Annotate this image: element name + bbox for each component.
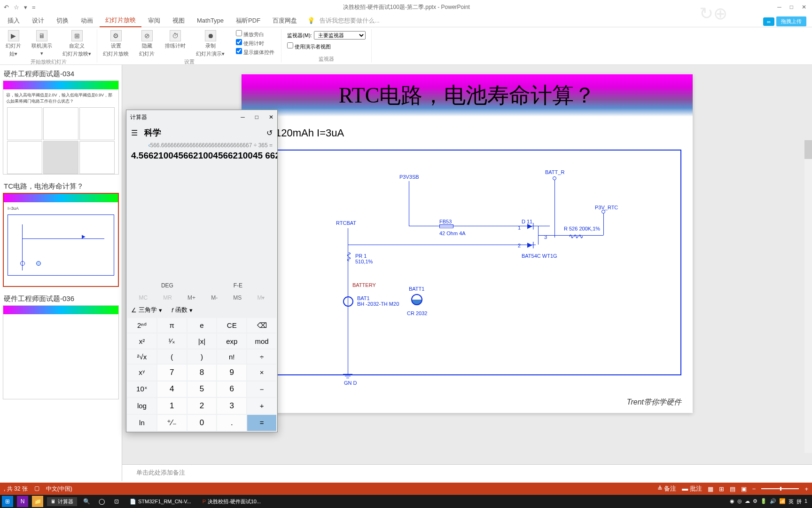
maximize-icon[interactable]: □: [790, 4, 793, 10]
reading-view-icon[interactable]: ▤: [730, 485, 735, 492]
tray-icon[interactable]: ⚙: [753, 498, 757, 505]
calc-mminus-button[interactable]: M-: [211, 294, 218, 301]
key-multiply[interactable]: ×: [247, 365, 276, 380]
comments-button[interactable]: ▬ 批注: [682, 484, 702, 493]
key-1[interactable]: 1: [157, 398, 187, 413]
tab-view[interactable]: 视图: [167, 15, 190, 27]
setup-slideshow-button[interactable]: ⚙设置幻灯片放映: [101, 29, 131, 58]
tray-icon[interactable]: 🔊: [770, 498, 776, 505]
key-rparen[interactable]: ): [187, 349, 217, 364]
notes-pane[interactable]: 单击此处添加备注: [122, 464, 812, 481]
pdf-taskbar-button[interactable]: 📄STM32F1_RM_CN-V...: [126, 498, 195, 506]
key-negate[interactable]: ⁺⁄₋: [157, 415, 187, 431]
vertical-scrollbar[interactable]: [804, 140, 812, 453]
key-equals[interactable]: =: [247, 415, 276, 431]
tab-mathtype[interactable]: MathType: [191, 15, 229, 26]
notes-button[interactable]: ≜ 备注: [657, 484, 677, 493]
normal-view-icon[interactable]: ▦: [708, 485, 713, 492]
calc-ms-button[interactable]: MS: [233, 294, 242, 301]
key-5[interactable]: 5: [187, 381, 217, 397]
hide-slide-button[interactable]: ⊘隐藏幻灯片: [137, 29, 156, 58]
key-inv[interactable]: ¹⁄ₓ: [157, 333, 187, 348]
calc-titlebar[interactable]: 计算器 ─ □ ✕: [126, 110, 277, 124]
calc-history-icon[interactable]: ↺: [266, 128, 273, 137]
from-beginning-button[interactable]: ▶幻灯片始▾: [4, 29, 23, 58]
ppt-taskbar-button[interactable]: P决胜校招-硬件面试10...: [199, 497, 265, 506]
calc-fe-button[interactable]: F-E: [234, 282, 242, 289]
tab-pdf[interactable]: 福昕PDF: [230, 15, 266, 27]
present-online-button[interactable]: 🖥联机演示▾: [30, 29, 54, 57]
tab-design[interactable]: 设计: [26, 15, 50, 27]
key-lparen[interactable]: (: [157, 349, 187, 364]
key-plus[interactable]: +: [247, 398, 276, 413]
slide-thumbnail[interactable]: TC电路，电池寿命计算？ I=3uA ▶: [0, 177, 122, 290]
key-divide[interactable]: ÷: [247, 349, 276, 364]
cloud-icon[interactable]: ∞: [763, 17, 774, 26]
key-minus[interactable]: −: [247, 381, 276, 397]
lang-icon[interactable]: ▢: [34, 485, 39, 493]
tray-icon[interactable]: ◎: [737, 498, 742, 505]
rehearse-timings-button[interactable]: ⏱排练计时: [163, 29, 187, 50]
show-media-checkbox[interactable]: 显示媒体控件: [236, 48, 274, 56]
play-narration-checkbox[interactable]: 播放旁白: [236, 30, 274, 38]
key-log[interactable]: log: [127, 398, 156, 413]
slideshow-view-icon[interactable]: ▣: [741, 485, 747, 492]
calc-mplus-button[interactable]: M+: [187, 294, 195, 301]
calc-menu-icon[interactable]: ☰: [131, 128, 138, 137]
calc-close-icon[interactable]: ✕: [269, 114, 273, 120]
tray-icon[interactable]: 📶: [779, 498, 786, 505]
calc-taskbar-button[interactable]: 🖩计算器: [47, 497, 77, 506]
key-sqrt[interactable]: ²√x: [127, 349, 156, 364]
onenote-icon[interactable]: N: [17, 496, 28, 507]
calc-deg-button[interactable]: DEG: [161, 282, 173, 289]
calc-trig-button[interactable]: ∠ 三角学 ▾: [131, 306, 162, 314]
language-status[interactable]: 中文(中国): [46, 485, 72, 493]
tab-review[interactable]: 审阅: [142, 15, 166, 27]
upload-button[interactable]: 拖拽上传: [776, 16, 806, 26]
key-2nd[interactable]: 2ⁿᵈ: [127, 318, 156, 333]
zoom-slider[interactable]: [761, 488, 799, 489]
tray-icon[interactable]: ◉: [730, 498, 734, 505]
tell-me-input[interactable]: 告诉我您想要做什么...: [320, 16, 380, 25]
start-icon[interactable]: ⊞: [2, 496, 13, 507]
key-4[interactable]: 4: [157, 381, 187, 397]
key-mod[interactable]: mod: [247, 333, 276, 348]
calc-mr-button[interactable]: MR: [163, 294, 172, 301]
key-abs[interactable]: |x|: [187, 333, 217, 348]
slide-thumbnails[interactable]: 硬件工程师面试题-034 容，输入高电平阈值是2.0V，输入低电平阈值是0.9V…: [0, 65, 122, 481]
key-6[interactable]: 6: [217, 381, 246, 397]
key-backspace[interactable]: ⌫: [247, 318, 276, 333]
search-icon[interactable]: 🔍: [81, 496, 92, 507]
sorter-view-icon[interactable]: ⊞: [719, 485, 724, 492]
time-display[interactable]: 1: [804, 498, 807, 505]
key-0[interactable]: 0: [187, 415, 217, 431]
key-decimal[interactable]: .: [217, 415, 246, 431]
star-icon[interactable]: ☆: [14, 4, 19, 11]
taskview-icon[interactable]: ⊡: [111, 496, 122, 507]
tray-icon[interactable]: ☁: [745, 498, 750, 505]
key-pi[interactable]: π: [157, 318, 187, 333]
close-icon[interactable]: ✕: [802, 4, 806, 10]
presenter-view-checkbox[interactable]: 使用演示者视图: [287, 42, 366, 50]
ime-button[interactable]: 英: [789, 498, 794, 505]
calc-maximize-icon[interactable]: □: [255, 114, 258, 120]
zoom-out-icon[interactable]: −: [752, 485, 756, 492]
key-3[interactable]: 3: [217, 398, 246, 413]
undo-icon[interactable]: ↶: [4, 4, 9, 11]
key-7[interactable]: 7: [157, 365, 187, 380]
explorer-icon[interactable]: 📁: [32, 496, 43, 507]
record-slideshow-button[interactable]: ⏺录制幻灯片演示▾: [194, 29, 226, 58]
tray-icon[interactable]: 🔋: [760, 498, 767, 505]
tab-slideshow[interactable]: 幻灯片放映: [100, 14, 141, 27]
tab-animation[interactable]: 动画: [75, 15, 99, 27]
monitor-select[interactable]: 主要监视器: [314, 31, 366, 40]
calc-minimize-icon[interactable]: ─: [241, 114, 245, 120]
key-fact[interactable]: n!: [217, 349, 246, 364]
tab-insert[interactable]: 插入: [2, 15, 25, 27]
key-exp[interactable]: exp: [217, 333, 246, 348]
calc-mc-button[interactable]: MC: [139, 294, 148, 301]
key-ce[interactable]: CE: [217, 318, 246, 333]
key-10x[interactable]: 10ˣ: [127, 381, 156, 397]
tab-baidu[interactable]: 百度网盘: [267, 15, 303, 27]
slide-thumbnail[interactable]: 硬件工程师面试题-034 容，输入高电平阈值是2.0V，输入低电平阈值是0.9V…: [0, 65, 122, 177]
